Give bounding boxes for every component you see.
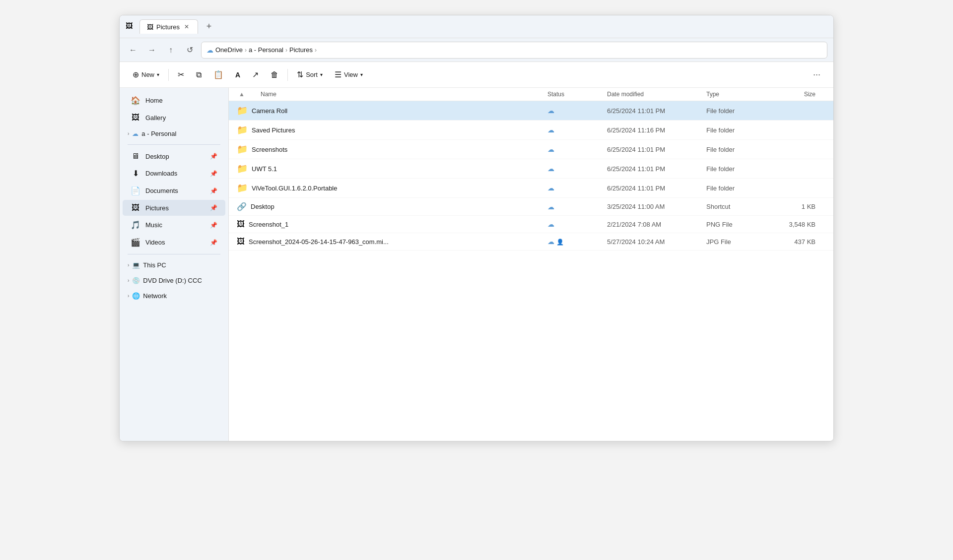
cloud-status: ☁ (547, 165, 607, 173)
expand-chevron-dvd: › (128, 278, 129, 283)
cloud-status: ☁ (547, 145, 607, 153)
sidebar-label-pictures: Pictures (145, 204, 169, 212)
sidebar-label-home: Home (145, 97, 163, 104)
toolbar: ⊕ New ▾ ✂ ⧉ 📋 A ↗ 🗑 ⇅ Sort ▾ ☰ (120, 62, 833, 88)
sidebar-divider-2 (128, 254, 220, 254)
cloud-icon: ☁ (547, 238, 554, 246)
sidebar-item-pictures[interactable]: 🖼 Pictures 📌 (123, 200, 225, 216)
file-name: Desktop (251, 203, 547, 210)
file-area: ▲ Name Status Date modified Type Size 📁 … (229, 88, 833, 441)
pin-icon-music: 📌 (210, 222, 217, 229)
table-row[interactable]: 🔗 Desktop ☁ 3/25/2024 11:00 AM Shortcut … (229, 198, 833, 216)
sidebar-label-desktop: Desktop (145, 153, 169, 160)
cloud-status: ☁ (547, 203, 607, 211)
folder-icon: 📁 (237, 163, 248, 174)
sidebar-item-network[interactable]: › 🌐 Network (123, 289, 225, 303)
file-name: UWT 5.1 (252, 165, 547, 173)
tab-close-button[interactable]: ✕ (183, 23, 191, 31)
table-row[interactable]: 🖼 Screenshot_2024-05-26-14-15-47-963_com… (229, 233, 833, 250)
table-row[interactable]: 📁 Screenshots ☁ 6/25/2024 11:01 PM File … (229, 140, 833, 159)
file-type: PNG File (706, 221, 776, 228)
home-icon: 🏠 (131, 96, 140, 105)
active-tab[interactable]: 🖼 Pictures ✕ (139, 19, 198, 34)
share-button[interactable]: ↗ (247, 67, 264, 82)
breadcrumb-onedrive[interactable]: OneDrive (215, 46, 243, 54)
music-icon: 🎵 (131, 220, 140, 230)
table-row[interactable]: 📁 ViVeTool.GUI.1.6.2.0.Portable ☁ 6/25/2… (229, 179, 833, 198)
sort-label: Sort (306, 71, 318, 78)
onedrive-sidebar-icon: ☁ (132, 130, 138, 137)
file-size: 437 KB (776, 238, 825, 246)
file-size: 1 KB (776, 203, 825, 210)
table-row[interactable]: 🖼 Screenshot_1 ☁ 2/21/2024 7:08 AM PNG F… (229, 216, 833, 233)
file-type: File folder (706, 185, 776, 192)
cloud-icon: ☁ (547, 107, 554, 115)
rename-button[interactable]: A (230, 68, 245, 82)
copy-button[interactable]: ⧉ (191, 67, 206, 82)
cut-button[interactable]: ✂ (173, 67, 189, 82)
table-row[interactable]: 📁 UWT 5.1 ☁ 6/25/2024 11:01 PM File fold… (229, 159, 833, 179)
title-bar: 🖼 🖼 Pictures ✕ + (120, 15, 833, 38)
refresh-button[interactable]: ↺ (182, 43, 197, 58)
main-content: 🏠 Home 🖼 Gallery › ☁ a - Personal 🖥 Desk… (120, 88, 833, 441)
sidebar-item-desktop[interactable]: 🖥 Desktop 📌 (123, 148, 225, 164)
sidebar-label-thispc: This PC (143, 261, 166, 269)
thispc-icon: 💻 (132, 261, 140, 269)
onedrive-icon: ☁ (206, 46, 213, 54)
address-bar: ← → ↑ ↺ ☁ OneDrive › a - Personal › Pict… (120, 38, 833, 62)
sort-button[interactable]: ⇅ Sort ▾ (292, 67, 328, 82)
paste-button[interactable]: 📋 (208, 67, 228, 82)
collapse-button[interactable]: ▲ (237, 91, 247, 98)
column-modified[interactable]: Date modified (607, 91, 706, 98)
cloud-icon: ☁ (547, 165, 554, 173)
more-button[interactable]: ··· (808, 66, 825, 83)
toolbar-separator-1 (168, 69, 169, 81)
new-label: New (141, 71, 154, 78)
sidebar-item-music[interactable]: 🎵 Music 📌 (123, 217, 225, 233)
column-type[interactable]: Type (706, 91, 776, 98)
file-modified: 6/25/2024 11:01 PM (607, 185, 706, 192)
column-name[interactable]: Name (247, 91, 547, 98)
user-icon: 👤 (556, 239, 564, 246)
delete-button[interactable]: 🗑 (266, 67, 283, 82)
sidebar-item-thispc[interactable]: › 💻 This PC (123, 258, 225, 272)
videos-icon: 🎬 (131, 238, 140, 247)
sidebar-item-downloads[interactable]: ⬇ Downloads 📌 (123, 165, 225, 182)
sidebar-item-home[interactable]: 🏠 Home (123, 92, 225, 109)
file-name: Camera Roll (252, 107, 547, 115)
sidebar-label-music: Music (145, 221, 162, 229)
back-button[interactable]: ← (126, 43, 140, 58)
column-status[interactable]: Status (547, 91, 607, 98)
forward-button[interactable]: → (144, 43, 159, 58)
new-button[interactable]: ⊕ New ▾ (128, 67, 164, 82)
breadcrumb-personal[interactable]: a - Personal (249, 46, 283, 54)
sidebar-item-personal[interactable]: › ☁ a - Personal (123, 126, 225, 141)
up-button[interactable]: ↑ (163, 43, 178, 58)
window-icon: 🖼 (126, 22, 136, 32)
sidebar-divider-1 (128, 144, 220, 145)
sidebar-item-gallery[interactable]: 🖼 Gallery (123, 110, 225, 125)
file-modified: 6/25/2024 11:16 PM (607, 126, 706, 134)
cloud-status: ☁ (547, 220, 607, 228)
breadcrumb-pictures[interactable]: Pictures (289, 46, 313, 54)
jpg-icon: 🖼 (237, 237, 245, 246)
sidebar-item-videos[interactable]: 🎬 Videos 📌 (123, 234, 225, 250)
view-button[interactable]: ☰ View ▾ (330, 67, 368, 82)
sidebar-label-dvd: DVD Drive (D:) CCC (143, 277, 202, 284)
explorer-window: 🖼 🖼 Pictures ✕ + ← → ↑ ↺ ☁ OneDrive › a … (119, 15, 834, 441)
pin-icon-documents: 📌 (210, 187, 217, 194)
sidebar-label-downloads: Downloads (145, 170, 177, 177)
table-row[interactable]: 📁 Saved Pictures ☁ 6/25/2024 11:16 PM Fi… (229, 121, 833, 140)
toolbar-separator-2 (287, 69, 288, 81)
pin-icon-desktop: 📌 (210, 153, 217, 160)
file-type: Shortcut (706, 203, 776, 210)
sidebar-item-dvd[interactable]: › 💿 DVD Drive (D:) CCC (123, 273, 225, 288)
new-icon: ⊕ (133, 70, 139, 79)
shortcut-icon: 🔗 (237, 202, 247, 211)
column-size[interactable]: Size (776, 91, 825, 98)
file-modified: 6/25/2024 11:01 PM (607, 107, 706, 115)
folder-icon: 📁 (237, 124, 248, 135)
table-row[interactable]: 📁 Camera Roll ☁ 6/25/2024 11:01 PM File … (229, 101, 833, 121)
tab-add-button[interactable]: + (202, 20, 216, 34)
sidebar-item-documents[interactable]: 📄 Documents 📌 (123, 183, 225, 199)
